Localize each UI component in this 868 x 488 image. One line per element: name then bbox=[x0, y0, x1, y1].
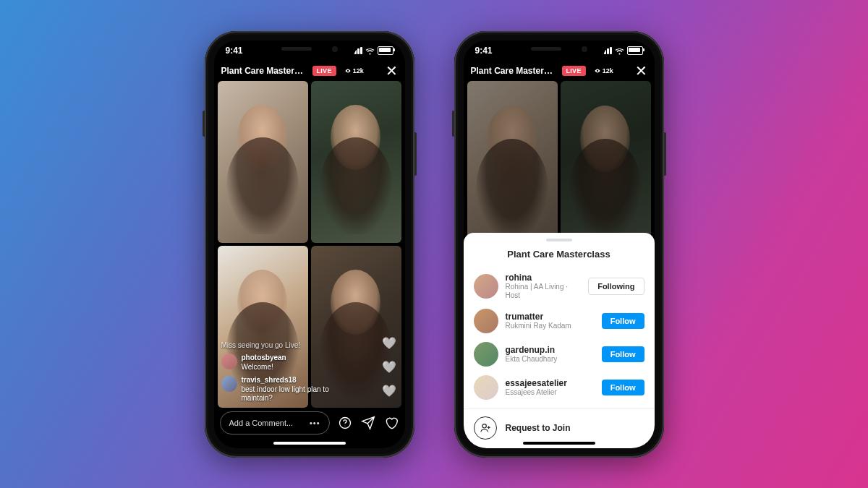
heart-icon: 🤍 bbox=[382, 384, 396, 398]
participant-row[interactable]: rohina Rohina | AA Living · Host Followi… bbox=[464, 268, 655, 304]
question-icon[interactable] bbox=[337, 415, 353, 431]
participant-username: rohina bbox=[506, 273, 582, 283]
home-indicator[interactable] bbox=[273, 442, 346, 445]
viewer-count[interactable]: 12k bbox=[341, 66, 368, 76]
bottom-bar: Add a Comment... ••• bbox=[220, 411, 399, 435]
notch bbox=[263, 40, 357, 58]
close-icon[interactable]: ✕ bbox=[386, 64, 398, 78]
comment-placeholder: Add a Comment... bbox=[229, 419, 294, 427]
status-time: 9:41 bbox=[226, 46, 243, 56]
participants-sheet: Plant Care Masterclass rohina Rohina | A… bbox=[464, 233, 655, 448]
video-tile-2[interactable] bbox=[311, 81, 401, 243]
participant-username: essajeesatelier bbox=[506, 378, 595, 388]
status-right bbox=[352, 46, 393, 55]
battery-icon bbox=[627, 46, 643, 55]
live-badge: LIVE bbox=[562, 66, 586, 76]
following-button[interactable]: Following bbox=[588, 278, 644, 295]
close-icon[interactable]: ✕ bbox=[635, 64, 647, 78]
comment-user: travis_shreds18 bbox=[242, 376, 362, 385]
wifi-icon bbox=[365, 47, 375, 54]
comment-row[interactable]: photosbyean Welcome! bbox=[221, 354, 362, 372]
follow-button[interactable]: Follow bbox=[602, 346, 644, 362]
participant-subtitle: Essajees Atelier bbox=[506, 388, 595, 397]
live-title: Plant Care Mastercla... bbox=[221, 66, 308, 76]
eye-icon bbox=[595, 68, 600, 74]
comment-text: Welcome! bbox=[242, 363, 273, 371]
heart-icon: 🤍 bbox=[382, 336, 396, 350]
participant-username: gardenup.in bbox=[506, 345, 595, 355]
avatar bbox=[221, 354, 237, 369]
live-header: Plant Care Mastercla... LIVE 12k ✕ bbox=[464, 64, 655, 78]
video-tile-1[interactable] bbox=[218, 81, 308, 243]
participant-subtitle: Ekta Chaudhary bbox=[506, 355, 595, 364]
stage: 9:41 Plant Care Mastercla... LIVE 12k ✕ bbox=[0, 0, 868, 488]
avatar bbox=[474, 375, 498, 400]
live-header: Plant Care Mastercla... LIVE 12k ✕ bbox=[214, 64, 405, 78]
phone-right: 9:41 Plant Care Mastercla... LIVE 12k ✕ bbox=[454, 31, 664, 458]
add-person-icon bbox=[474, 416, 497, 440]
eye-icon bbox=[345, 68, 351, 74]
participant-row[interactable]: essajeesatelier Essajees Atelier Follow bbox=[464, 371, 655, 404]
wifi-icon bbox=[615, 47, 624, 54]
send-icon[interactable] bbox=[360, 415, 376, 431]
phone-left: 9:41 Plant Care Mastercla... LIVE 12k ✕ bbox=[205, 31, 414, 458]
avatar bbox=[474, 274, 498, 299]
sheet-title: Plant Care Masterclass bbox=[464, 249, 655, 260]
comment-user: photosbyean bbox=[242, 354, 286, 363]
participant-username: trumatter bbox=[506, 312, 595, 322]
live-title: Plant Care Mastercla... bbox=[471, 66, 558, 76]
comment-input[interactable]: Add a Comment... ••• bbox=[220, 411, 330, 435]
follow-button[interactable]: Follow bbox=[602, 313, 644, 329]
follow-button[interactable]: Follow bbox=[602, 380, 644, 395]
avatar bbox=[474, 342, 498, 367]
comments-overlay: Miss seeing you go Live! photosbyean Wel… bbox=[221, 341, 362, 403]
home-indicator[interactable] bbox=[523, 442, 595, 445]
participant-subtitle: Rukmini Ray Kadam bbox=[506, 322, 595, 330]
avatar bbox=[221, 376, 237, 392]
floating-hearts: 🤍 🤍 🤍 bbox=[382, 336, 396, 398]
status-right bbox=[601, 46, 643, 55]
heart-icon: 🤍 bbox=[382, 360, 396, 374]
live-badge: LIVE bbox=[312, 66, 336, 76]
participant-list: rohina Rohina | AA Living · Host Followi… bbox=[464, 268, 655, 404]
participant-row[interactable]: gardenup.in Ekta Chaudhary Follow bbox=[464, 338, 655, 371]
more-icon[interactable]: ••• bbox=[310, 419, 320, 427]
system-message: Miss seeing you go Live! bbox=[221, 341, 362, 349]
avatar bbox=[474, 309, 498, 333]
comment-row[interactable]: travis_shreds18 best indoor low light pl… bbox=[221, 376, 362, 403]
participant-subtitle: Rohina | AA Living · Host bbox=[506, 283, 582, 300]
screen-right: 9:41 Plant Care Mastercla... LIVE 12k ✕ bbox=[464, 40, 655, 448]
svg-point-1 bbox=[482, 424, 486, 428]
notch bbox=[512, 40, 606, 58]
battery-icon bbox=[378, 46, 393, 55]
status-time: 9:41 bbox=[475, 46, 493, 56]
sheet-grabber[interactable] bbox=[546, 239, 572, 241]
comment-text: best indoor low light plan to maintain? bbox=[242, 385, 329, 403]
participant-row[interactable]: trumatter Rukmini Ray Kadam Follow bbox=[464, 304, 655, 338]
viewer-count[interactable]: 12k bbox=[590, 66, 618, 76]
heart-icon[interactable] bbox=[383, 415, 399, 431]
request-label: Request to Join bbox=[506, 423, 571, 433]
screen-left: 9:41 Plant Care Mastercla... LIVE 12k ✕ bbox=[214, 40, 405, 448]
